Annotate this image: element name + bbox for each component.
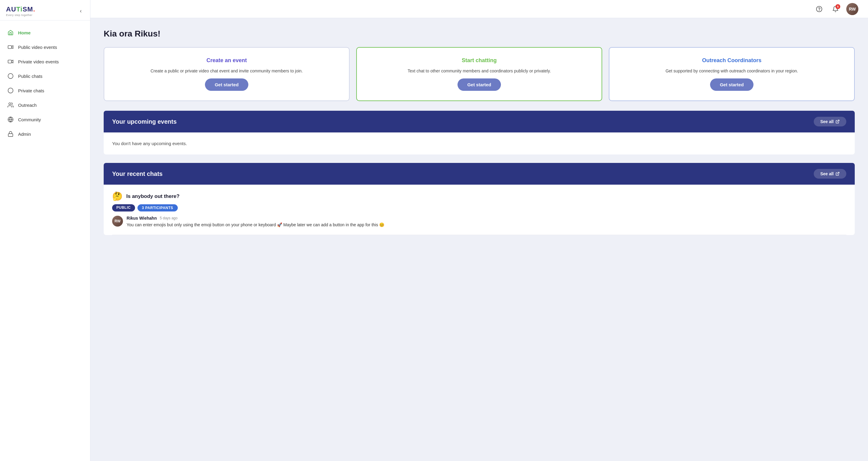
- chat-emoji: 🤔: [112, 191, 123, 201]
- svg-point-4: [9, 103, 11, 105]
- start-chatting-button[interactable]: Get started: [458, 79, 501, 91]
- public-video-icon: [7, 44, 14, 50]
- create-event-desc: Create a public or private video chat ev…: [150, 68, 303, 74]
- topbar: 5 RW: [90, 0, 868, 18]
- outreach-coord-desc: Get supported by connecting with outreac…: [665, 68, 798, 74]
- recent-chats-title: Your recent chats: [112, 170, 162, 177]
- svg-line-10: [837, 120, 839, 122]
- nav-list: Home Public video events Private video e…: [0, 21, 90, 461]
- svg-line-11: [837, 172, 839, 174]
- create-event-card: Create an event Create a public or priva…: [104, 47, 350, 101]
- main-content: Kia ora Rikus! Create an event Create a …: [90, 18, 868, 461]
- start-chatting-desc: Text chat to other community members and…: [407, 68, 551, 74]
- outreach-icon: [7, 102, 14, 108]
- create-event-button[interactable]: Get started: [205, 79, 248, 91]
- svg-rect-0: [8, 46, 12, 49]
- sidebar-item-private-video-label: Private video events: [18, 59, 59, 64]
- message-text: You can enter emojis but only using the …: [127, 222, 846, 228]
- sidebar-item-community-label: Community: [18, 117, 41, 122]
- feature-cards: Create an event Create a public or priva…: [104, 47, 855, 101]
- notifications-button[interactable]: 5: [830, 4, 841, 15]
- upcoming-events-title: Your upcoming events: [112, 118, 177, 125]
- upcoming-events-section: Your upcoming events See all You don't h…: [104, 111, 855, 154]
- public-chats-icon: [7, 73, 14, 79]
- message-time: 5 days ago: [160, 216, 178, 220]
- recent-chats-body: 🤔 Is anybody out there? PUBLIC 3 PARTICI…: [104, 185, 855, 235]
- sidebar-item-public-video[interactable]: Public video events: [0, 40, 90, 54]
- upcoming-events-body: You don't have any upcoming events.: [104, 133, 855, 154]
- user-avatar[interactable]: RW: [846, 3, 858, 15]
- sidebar-item-home-label: Home: [18, 30, 31, 35]
- logo-text: AUTiSM.: [6, 5, 35, 13]
- message-content: Rikus Wiehahn 5 days ago You can enter e…: [127, 216, 846, 228]
- logo-tagline: Every step together: [6, 13, 35, 17]
- logo: AUTiSM. Every step together: [6, 5, 35, 17]
- svg-rect-1: [8, 60, 12, 63]
- start-chatting-card: Start chatting Text chat to other commun…: [356, 47, 602, 101]
- sidebar-collapse-button[interactable]: ‹: [78, 7, 84, 16]
- help-button[interactable]: [814, 4, 825, 15]
- private-chats-icon: [7, 87, 14, 94]
- badge-participants: 3 PARTICIPANTS: [137, 204, 178, 211]
- chat-divider: [112, 235, 846, 235]
- message-author-row: Rikus Wiehahn 5 days ago: [127, 216, 846, 221]
- message-author: Rikus Wiehahn: [127, 216, 157, 221]
- svg-rect-7: [8, 134, 13, 136]
- community-icon: [7, 116, 14, 123]
- sidebar-item-private-chats-label: Private chats: [18, 88, 44, 93]
- sidebar-item-private-chats[interactable]: Private chats: [0, 83, 90, 98]
- sidebar-header: AUTiSM. Every step together ‹: [0, 0, 90, 21]
- sidebar-item-private-video[interactable]: Private video events: [0, 54, 90, 69]
- sidebar-item-admin[interactable]: Admin: [0, 127, 90, 141]
- upcoming-events-empty: You don't have any upcoming events.: [104, 133, 855, 154]
- sidebar-item-admin-label: Admin: [18, 132, 31, 137]
- recent-chats-see-all-button[interactable]: See all: [814, 169, 846, 179]
- sidebar: AUTiSM. Every step together ‹ Home Publi…: [0, 0, 90, 461]
- upcoming-events-header: Your upcoming events See all: [104, 111, 855, 133]
- admin-icon: [7, 131, 14, 137]
- sidebar-item-public-chats[interactable]: Public chats: [0, 69, 90, 83]
- message-avatar: RW: [112, 216, 123, 227]
- chat-item-header: 🤔 Is anybody out there?: [112, 191, 846, 201]
- private-video-icon: [7, 58, 14, 65]
- notification-badge: 5: [835, 4, 840, 9]
- chat-item: 🤔 Is anybody out there? PUBLIC 3 PARTICI…: [104, 185, 855, 235]
- sidebar-item-outreach-label: Outreach: [18, 103, 37, 108]
- sidebar-item-public-video-label: Public video events: [18, 45, 57, 50]
- create-event-title: Create an event: [207, 57, 247, 64]
- avatar-placeholder: RW: [846, 3, 858, 15]
- chat-name: Is anybody out there?: [126, 193, 180, 199]
- recent-chats-section: Your recent chats See all 🤔 Is anybody o…: [104, 163, 855, 235]
- badge-public: PUBLIC: [112, 204, 135, 211]
- sidebar-item-outreach[interactable]: Outreach: [0, 98, 90, 112]
- chat-badges: PUBLIC 3 PARTICIPANTS: [112, 204, 846, 211]
- sidebar-item-public-chats-label: Public chats: [18, 74, 42, 79]
- svg-point-2: [8, 74, 13, 79]
- svg-point-3: [8, 88, 13, 93]
- chat-message-row: RW Rikus Wiehahn 5 days ago You can ente…: [112, 216, 846, 228]
- upcoming-events-see-all-button[interactable]: See all: [814, 117, 846, 126]
- page-greeting: Kia ora Rikus!: [104, 29, 855, 39]
- sidebar-item-home[interactable]: Home: [0, 25, 90, 40]
- outreach-coord-title: Outreach Coordinators: [702, 57, 761, 64]
- home-icon: [7, 29, 14, 36]
- main-area: 5 RW Kia ora Rikus! Create an event Crea…: [90, 0, 868, 461]
- start-chatting-title: Start chatting: [462, 57, 497, 64]
- outreach-coord-button[interactable]: Get started: [710, 79, 753, 91]
- sidebar-item-community[interactable]: Community: [0, 112, 90, 127]
- outreach-coordinators-card: Outreach Coordinators Get supported by c…: [609, 47, 855, 101]
- recent-chats-header: Your recent chats See all: [104, 163, 855, 185]
